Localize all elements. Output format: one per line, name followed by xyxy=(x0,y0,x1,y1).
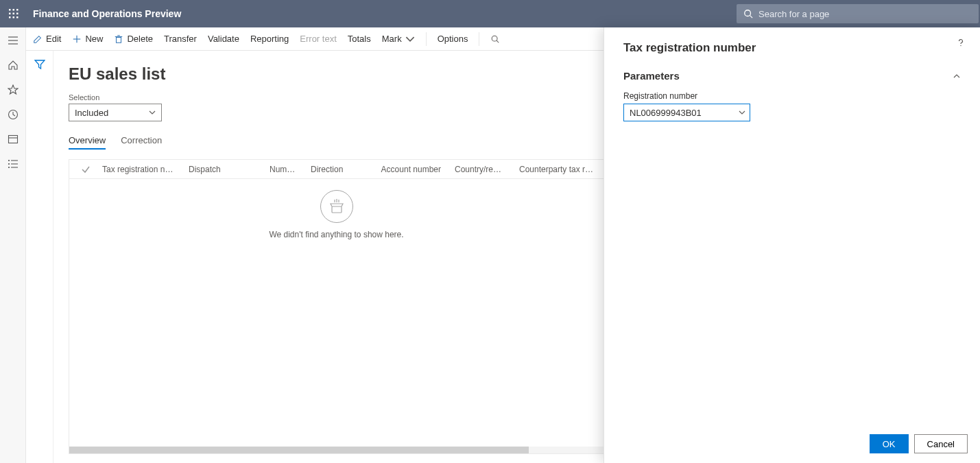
column-counterparty[interactable]: Counterparty tax registration xyxy=(512,165,603,174)
column-number[interactable]: Number xyxy=(263,165,304,174)
mark-label: Mark xyxy=(382,34,402,44)
svg-line-29 xyxy=(497,40,499,43)
grid-header: Tax registration number Dispatch Number … xyxy=(69,160,603,179)
column-dispatch[interactable]: Dispatch xyxy=(182,165,263,174)
svg-rect-1 xyxy=(13,9,15,11)
edit-button[interactable]: Edit xyxy=(33,34,61,44)
app-launcher-icon[interactable] xyxy=(0,0,27,27)
separator xyxy=(426,32,427,46)
search-icon xyxy=(743,9,753,19)
tabs: Overview Correction xyxy=(69,135,603,150)
svg-rect-25 xyxy=(117,37,121,43)
svg-rect-7 xyxy=(13,16,15,19)
dialog-title: Tax registration number xyxy=(623,41,756,55)
search-input[interactable] xyxy=(758,9,972,19)
reporting-button[interactable]: Reporting xyxy=(250,34,289,44)
selection-value: Included xyxy=(75,108,108,118)
find-button[interactable] xyxy=(490,34,500,44)
registration-number-label: Registration number xyxy=(623,91,961,101)
svg-point-28 xyxy=(492,36,498,41)
empty-illustration-icon xyxy=(320,190,353,223)
chevron-down-icon xyxy=(149,109,156,116)
separator xyxy=(479,32,479,46)
empty-text: We didn't find anything to show here. xyxy=(69,230,603,239)
clock-icon[interactable] xyxy=(7,108,19,121)
hamburger-icon[interactable] xyxy=(7,34,19,47)
help-icon[interactable] xyxy=(955,37,966,48)
cancel-button[interactable]: Cancel xyxy=(914,434,968,453)
page-title: EU sales list xyxy=(69,64,603,84)
registration-number-input[interactable]: NL006999943B01 xyxy=(623,104,750,121)
column-tax-reg[interactable]: Tax registration number xyxy=(95,165,182,174)
column-select-all[interactable] xyxy=(76,165,95,174)
mark-button[interactable]: Mark xyxy=(382,34,415,44)
totals-label: Totals xyxy=(348,34,371,44)
svg-rect-8 xyxy=(16,16,19,19)
svg-rect-30 xyxy=(332,206,342,213)
svg-point-19 xyxy=(8,164,9,165)
chevron-up-icon xyxy=(953,72,961,80)
chevron-down-icon xyxy=(739,109,745,116)
registration-number-value: NL006999943B01 xyxy=(630,108,702,118)
svg-point-34 xyxy=(960,45,961,46)
validate-button[interactable]: Validate xyxy=(208,34,239,44)
home-icon[interactable] xyxy=(7,59,19,71)
svg-rect-5 xyxy=(16,13,19,15)
totals-button[interactable]: Totals xyxy=(348,34,371,44)
options-label: Options xyxy=(438,34,468,44)
tab-correction[interactable]: Correction xyxy=(121,135,162,150)
star-icon[interactable] xyxy=(7,84,19,96)
delete-button[interactable]: Delete xyxy=(114,34,153,44)
filter-icon[interactable] xyxy=(34,59,45,70)
transfer-label: Transfer xyxy=(164,34,197,44)
search-box[interactable] xyxy=(737,4,979,23)
tab-overview[interactable]: Overview xyxy=(69,135,106,150)
column-account[interactable]: Account number xyxy=(372,165,448,174)
new-label: New xyxy=(85,34,103,44)
filter-column xyxy=(26,51,53,463)
validate-label: Validate xyxy=(208,34,239,44)
center-area: Edit New Delete Transfer Validate Report… xyxy=(26,27,603,463)
data-grid: Tax registration number Dispatch Number … xyxy=(69,159,603,454)
horizontal-scrollbar[interactable] xyxy=(69,447,603,453)
options-button[interactable]: Options xyxy=(438,34,468,44)
new-button[interactable]: New xyxy=(72,34,103,44)
list-icon[interactable] xyxy=(7,158,19,170)
column-direction[interactable]: Direction xyxy=(304,165,372,174)
svg-rect-3 xyxy=(9,13,11,15)
ok-button[interactable]: OK xyxy=(870,434,909,453)
parameters-label: Parameters xyxy=(623,70,680,82)
app-title: Finance and Operations Preview xyxy=(27,8,181,19)
column-country[interactable]: Country/region xyxy=(448,165,512,174)
chevron-down-icon xyxy=(405,34,415,44)
selection-dropdown[interactable]: Included xyxy=(69,104,162,121)
svg-point-21 xyxy=(8,167,9,168)
selection-label: Selection xyxy=(69,93,603,102)
delete-label: Delete xyxy=(127,34,153,44)
transfer-button[interactable]: Transfer xyxy=(164,34,197,44)
action-bar: Edit New Delete Transfer Validate Report… xyxy=(26,27,603,51)
svg-rect-15 xyxy=(8,136,17,143)
edit-label: Edit xyxy=(46,34,61,44)
error-text-button: Error text xyxy=(300,34,336,44)
svg-rect-4 xyxy=(13,13,15,15)
svg-rect-6 xyxy=(9,16,11,19)
svg-point-9 xyxy=(745,10,751,16)
svg-rect-2 xyxy=(16,9,19,11)
svg-point-17 xyxy=(8,161,9,161)
left-rail xyxy=(0,27,26,463)
dialog-panel: Tax registration number Parameters Regis… xyxy=(603,27,980,463)
search-wrap xyxy=(737,4,980,23)
reporting-label: Reporting xyxy=(250,34,289,44)
top-bar: Finance and Operations Preview xyxy=(0,0,980,27)
workspace-icon[interactable] xyxy=(7,133,19,145)
empty-state: We didn't find anything to show here. xyxy=(69,190,603,239)
error-text-label: Error text xyxy=(300,34,336,44)
parameters-section[interactable]: Parameters xyxy=(623,70,961,82)
main-panel: EU sales list Selection Included Overvie… xyxy=(53,51,603,463)
svg-line-10 xyxy=(750,16,753,19)
svg-rect-0 xyxy=(9,9,11,11)
